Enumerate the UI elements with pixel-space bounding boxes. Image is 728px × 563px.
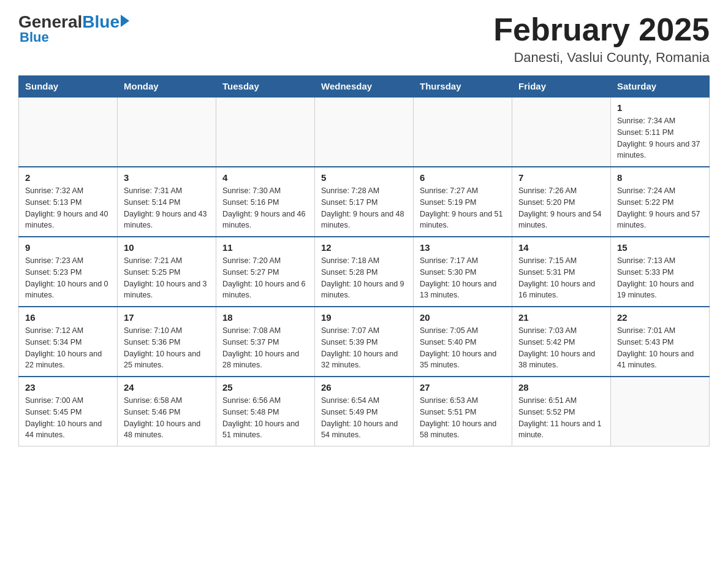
- day-info: Sunrise: 7:30 AMSunset: 5:16 PMDaylight:…: [222, 185, 308, 231]
- calendar-cell: 22Sunrise: 7:01 AMSunset: 5:43 PMDayligh…: [611, 307, 710, 377]
- day-number: 10: [124, 242, 210, 253]
- day-info: Sunrise: 7:07 AMSunset: 5:39 PMDaylight:…: [321, 325, 407, 371]
- day-number: 9: [25, 242, 111, 253]
- day-info: Sunrise: 7:18 AMSunset: 5:28 PMDaylight:…: [321, 255, 407, 301]
- calendar-title: February 2025: [493, 12, 710, 47]
- calendar-cell: [216, 97, 315, 167]
- day-of-week-header: Friday: [512, 76, 611, 98]
- logo-blue: Blue: [82, 12, 119, 32]
- day-info: Sunrise: 7:03 AMSunset: 5:42 PMDaylight:…: [518, 325, 604, 371]
- logo-subtitle: Blue: [20, 29, 49, 45]
- day-number: 17: [124, 312, 210, 323]
- day-info: Sunrise: 7:01 AMSunset: 5:43 PMDaylight:…: [617, 325, 703, 371]
- day-of-week-header: Saturday: [611, 76, 710, 98]
- calendar-cell: 28Sunrise: 6:51 AMSunset: 5:52 PMDayligh…: [512, 377, 611, 446]
- day-number: 11: [222, 242, 308, 253]
- day-number: 27: [420, 382, 506, 393]
- day-info: Sunrise: 6:56 AMSunset: 5:48 PMDaylight:…: [222, 395, 308, 441]
- calendar-cell: 20Sunrise: 7:05 AMSunset: 5:40 PMDayligh…: [414, 307, 512, 377]
- day-info: Sunrise: 7:17 AMSunset: 5:30 PMDaylight:…: [420, 255, 506, 301]
- calendar-cell: 15Sunrise: 7:13 AMSunset: 5:33 PMDayligh…: [611, 237, 710, 307]
- day-number: 8: [617, 172, 703, 183]
- day-info: Sunrise: 6:51 AMSunset: 5:52 PMDaylight:…: [518, 395, 604, 441]
- week-row: 9Sunrise: 7:23 AMSunset: 5:23 PMDaylight…: [19, 237, 710, 307]
- day-of-week-header: Monday: [118, 76, 216, 98]
- day-info: Sunrise: 7:27 AMSunset: 5:19 PMDaylight:…: [420, 185, 506, 231]
- day-number: 7: [518, 172, 604, 183]
- day-number: 25: [222, 382, 308, 393]
- calendar-cell: 24Sunrise: 6:58 AMSunset: 5:46 PMDayligh…: [118, 377, 216, 446]
- day-of-week-header: Wednesday: [315, 76, 414, 98]
- calendar-cell: 3Sunrise: 7:31 AMSunset: 5:14 PMDaylight…: [118, 167, 216, 237]
- calendar-cell: 11Sunrise: 7:20 AMSunset: 5:27 PMDayligh…: [216, 237, 315, 307]
- day-info: Sunrise: 7:13 AMSunset: 5:33 PMDaylight:…: [617, 255, 703, 301]
- location-text: Danesti, Vaslui County, Romania: [493, 50, 710, 66]
- calendar-cell: [611, 377, 710, 446]
- day-number: 13: [420, 242, 506, 253]
- day-number: 1: [617, 102, 703, 113]
- week-row: 2Sunrise: 7:32 AMSunset: 5:13 PMDaylight…: [19, 167, 710, 237]
- calendar-cell: [118, 97, 216, 167]
- calendar-cell: 8Sunrise: 7:24 AMSunset: 5:22 PMDaylight…: [611, 167, 710, 237]
- day-info: Sunrise: 7:21 AMSunset: 5:25 PMDaylight:…: [124, 255, 210, 301]
- day-info: Sunrise: 7:00 AMSunset: 5:45 PMDaylight:…: [25, 395, 111, 441]
- day-number: 20: [420, 312, 506, 323]
- day-number: 23: [25, 382, 111, 393]
- day-number: 16: [25, 312, 111, 323]
- calendar-header-row: SundayMondayTuesdayWednesdayThursdayFrid…: [19, 76, 710, 98]
- day-info: Sunrise: 7:20 AMSunset: 5:27 PMDaylight:…: [222, 255, 308, 301]
- day-number: 19: [321, 312, 407, 323]
- calendar-cell: 14Sunrise: 7:15 AMSunset: 5:31 PMDayligh…: [512, 237, 611, 307]
- calendar-cell: 2Sunrise: 7:32 AMSunset: 5:13 PMDaylight…: [19, 167, 118, 237]
- calendar-cell: 10Sunrise: 7:21 AMSunset: 5:25 PMDayligh…: [118, 237, 216, 307]
- day-number: 28: [518, 382, 604, 393]
- day-info: Sunrise: 7:24 AMSunset: 5:22 PMDaylight:…: [617, 185, 703, 231]
- day-number: 5: [321, 172, 407, 183]
- calendar-cell: 27Sunrise: 6:53 AMSunset: 5:51 PMDayligh…: [414, 377, 512, 446]
- calendar-cell: 1Sunrise: 7:34 AMSunset: 5:11 PMDaylight…: [611, 97, 710, 167]
- page-header: General Blue Blue February 2025 Danesti,…: [18, 12, 710, 66]
- day-number: 24: [124, 382, 210, 393]
- day-info: Sunrise: 6:53 AMSunset: 5:51 PMDaylight:…: [420, 395, 506, 441]
- day-info: Sunrise: 7:05 AMSunset: 5:40 PMDaylight:…: [420, 325, 506, 371]
- calendar-cell: 19Sunrise: 7:07 AMSunset: 5:39 PMDayligh…: [315, 307, 414, 377]
- calendar-cell: 7Sunrise: 7:26 AMSunset: 5:20 PMDaylight…: [512, 167, 611, 237]
- calendar-cell: 12Sunrise: 7:18 AMSunset: 5:28 PMDayligh…: [315, 237, 414, 307]
- day-info: Sunrise: 7:12 AMSunset: 5:34 PMDaylight:…: [25, 325, 111, 371]
- day-of-week-header: Sunday: [19, 76, 118, 98]
- day-number: 3: [124, 172, 210, 183]
- logo-arrow-icon: [121, 15, 129, 27]
- calendar-cell: 17Sunrise: 7:10 AMSunset: 5:36 PMDayligh…: [118, 307, 216, 377]
- calendar-cell: 5Sunrise: 7:28 AMSunset: 5:17 PMDaylight…: [315, 167, 414, 237]
- week-row: 23Sunrise: 7:00 AMSunset: 5:45 PMDayligh…: [19, 377, 710, 446]
- day-info: Sunrise: 7:26 AMSunset: 5:20 PMDaylight:…: [518, 185, 604, 231]
- day-info: Sunrise: 6:58 AMSunset: 5:46 PMDaylight:…: [124, 395, 210, 441]
- day-number: 12: [321, 242, 407, 253]
- day-info: Sunrise: 7:08 AMSunset: 5:37 PMDaylight:…: [222, 325, 308, 371]
- day-info: Sunrise: 7:34 AMSunset: 5:11 PMDaylight:…: [617, 115, 703, 161]
- day-number: 14: [518, 242, 604, 253]
- day-number: 18: [222, 312, 308, 323]
- calendar-cell: 9Sunrise: 7:23 AMSunset: 5:23 PMDaylight…: [19, 237, 118, 307]
- day-info: Sunrise: 7:31 AMSunset: 5:14 PMDaylight:…: [124, 185, 210, 231]
- calendar-cell: 13Sunrise: 7:17 AMSunset: 5:30 PMDayligh…: [414, 237, 512, 307]
- calendar-table: SundayMondayTuesdayWednesdayThursdayFrid…: [18, 75, 710, 446]
- day-number: 6: [420, 172, 506, 183]
- day-number: 2: [25, 172, 111, 183]
- calendar-cell: [512, 97, 611, 167]
- calendar-cell: 16Sunrise: 7:12 AMSunset: 5:34 PMDayligh…: [19, 307, 118, 377]
- calendar-cell: 23Sunrise: 7:00 AMSunset: 5:45 PMDayligh…: [19, 377, 118, 446]
- day-number: 22: [617, 312, 703, 323]
- day-info: Sunrise: 6:54 AMSunset: 5:49 PMDaylight:…: [321, 395, 407, 441]
- day-info: Sunrise: 7:10 AMSunset: 5:36 PMDaylight:…: [124, 325, 210, 371]
- calendar-cell: [19, 97, 118, 167]
- title-block: February 2025 Danesti, Vaslui County, Ro…: [493, 12, 710, 66]
- logo: General Blue Blue: [18, 12, 129, 45]
- week-row: 1Sunrise: 7:34 AMSunset: 5:11 PMDaylight…: [19, 97, 710, 167]
- day-info: Sunrise: 7:28 AMSunset: 5:17 PMDaylight:…: [321, 185, 407, 231]
- day-of-week-header: Tuesday: [216, 76, 315, 98]
- calendar-cell: 21Sunrise: 7:03 AMSunset: 5:42 PMDayligh…: [512, 307, 611, 377]
- calendar-cell: 6Sunrise: 7:27 AMSunset: 5:19 PMDaylight…: [414, 167, 512, 237]
- day-number: 26: [321, 382, 407, 393]
- calendar-cell: 25Sunrise: 6:56 AMSunset: 5:48 PMDayligh…: [216, 377, 315, 446]
